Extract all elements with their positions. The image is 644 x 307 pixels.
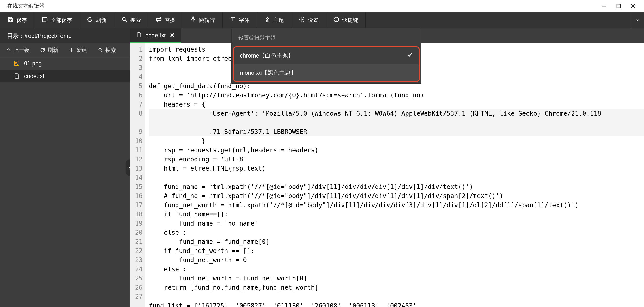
sidebar-refresh-button[interactable]: 刷新 (40, 47, 58, 54)
editor-tab[interactable]: code.txt✕ (130, 29, 181, 43)
line-number: 2 (130, 54, 142, 63)
svg-rect-1 (617, 4, 621, 8)
sidebar-search-button[interactable]: 搜索 (98, 47, 116, 54)
theme-option[interactable]: chrome【白色主题】 (234, 47, 418, 64)
save-button[interactable]: 保存 (0, 12, 34, 29)
line-number: 9 (130, 127, 142, 136)
shortcuts-button[interactable]: 快捷键 (326, 12, 366, 29)
code-line[interactable]: if fund_name==[]: (149, 210, 644, 219)
search-icon (121, 16, 128, 24)
info-icon (333, 16, 339, 24)
maximize-button[interactable] (615, 3, 622, 10)
code-line[interactable]: } (149, 136, 644, 146)
dir-label: 目录： (7, 32, 24, 40)
titlebar: 在线文本编辑器 (0, 0, 644, 12)
sidebar-refresh-label: 刷新 (48, 47, 58, 54)
search-label: 搜索 (130, 17, 141, 24)
line-number: 25 (130, 274, 142, 283)
theme-icon (264, 16, 270, 24)
save-label: 保存 (16, 17, 27, 24)
save-all-button[interactable]: 全部保存 (34, 12, 80, 29)
line-number: 17 (130, 200, 142, 210)
gear-icon (299, 16, 305, 24)
code-line[interactable]: else : (149, 264, 644, 274)
line-number: 10 (130, 136, 142, 146)
plus-icon (69, 48, 74, 53)
settings-label: 设置 (308, 17, 318, 24)
theme-option[interactable]: monokai【黑色主题】 (234, 64, 418, 81)
line-number: 15 (130, 182, 142, 191)
file-row[interactable]: 01.png (0, 57, 130, 70)
save-icon (7, 16, 14, 24)
line-number: 23 (130, 255, 142, 264)
svg-point-9 (193, 17, 194, 18)
code-line[interactable]: 'User-Agent': 'Mozilla/5.0 (Windows NT 6… (149, 109, 644, 127)
replace-button[interactable]: 替换 (148, 12, 183, 29)
line-number: 20 (130, 228, 142, 237)
line-number: 7 (130, 100, 142, 109)
code-line[interactable]: url = 'http://fund.eastmoney.com/{0}.htm… (149, 91, 644, 100)
svg-point-22 (16, 62, 16, 63)
search-button[interactable]: 搜索 (114, 12, 148, 29)
line-number: 22 (130, 246, 142, 255)
code-line[interactable] (149, 292, 644, 301)
theme-button[interactable]: 主题 (257, 12, 292, 29)
code-line[interactable]: else : (149, 228, 644, 237)
text-file-icon (14, 73, 20, 79)
svg-rect-4 (10, 17, 12, 18)
refresh-button[interactable]: 刷新 (80, 12, 114, 29)
code-line[interactable]: # fund_no = html.xpath('//*[@id="body"]/… (149, 191, 644, 200)
line-gutter: 1234567891011121314151617181920212223242… (130, 43, 144, 307)
theme-option-label: chrome【白色主题】 (240, 52, 294, 60)
code-line[interactable]: fund_name = 'no name' (149, 219, 644, 228)
line-number: 1 (130, 45, 142, 54)
refresh-label: 刷新 (96, 17, 106, 24)
line-number: 3 (130, 63, 142, 72)
code-line[interactable]: rsp.encoding = 'utf-8' (149, 155, 644, 164)
line-number: 11 (130, 146, 142, 155)
line-number: 6 (130, 91, 142, 100)
refresh-icon (87, 16, 93, 24)
font-label: 字体 (239, 17, 250, 24)
code-line[interactable]: if fund_net_worth == []: (149, 246, 644, 255)
file-name: code.txt (24, 73, 44, 80)
file-row[interactable]: code.txt (0, 70, 130, 82)
font-button[interactable]: 字体 (222, 12, 257, 29)
svg-line-20 (101, 51, 102, 52)
sidebar-up-label: 上一级 (14, 47, 30, 54)
svg-line-7 (125, 20, 127, 22)
code-line[interactable]: html = etree.HTML(rsp.text) (149, 164, 644, 173)
code-line[interactable]: fund_list = ['161725', '005827', '011130… (149, 301, 644, 307)
code-line[interactable] (149, 173, 644, 182)
code-line[interactable]: fund_name = html.xpath('//*[@id="body"]/… (149, 182, 644, 191)
sidebar-up-button[interactable]: 上一级 (6, 47, 30, 54)
settings-button[interactable]: 设置 (292, 12, 326, 29)
code-line[interactable]: fund_name = fund_name[0] (149, 237, 644, 246)
sidebar-new-button[interactable]: 新建 (69, 47, 87, 54)
replace-label: 替换 (165, 17, 175, 24)
theme-label: 主题 (273, 17, 284, 24)
code-line[interactable]: fund_net_worth = fund_net_worth[0] (149, 274, 644, 283)
shortcuts-label: 快捷键 (342, 17, 358, 24)
svg-point-6 (122, 17, 125, 21)
code-line[interactable]: headers = { (149, 100, 644, 109)
tab-close-button[interactable]: ✕ (170, 32, 175, 39)
line-number: 5 (130, 82, 142, 91)
search-icon (98, 48, 103, 53)
code-line[interactable]: return [fund_no,fund_name,fund_net_worth… (149, 283, 644, 292)
code-line[interactable]: rsp = requests.get(url,headers = headers… (149, 146, 644, 155)
code-line[interactable]: fund_net_worth = 0 (149, 255, 644, 264)
line-number: 14 (130, 173, 142, 182)
code-line[interactable]: fund_net_worth = html.xpath('//*[@id="bo… (149, 200, 644, 210)
close-button[interactable] (630, 3, 637, 10)
goto-line-button[interactable]: 跳转行 (183, 12, 222, 29)
dir-path: /root/Project/Temp (24, 33, 72, 39)
image-file-icon (14, 60, 20, 67)
toolbar-more-button[interactable] (630, 12, 644, 29)
theme-popup-title: 设置编辑器主题 (232, 29, 421, 48)
minimize-button[interactable] (601, 3, 608, 10)
sidebar-toolbar: 上一级 刷新 新建 搜索 (0, 43, 130, 57)
code-line-wrap[interactable]: .71 Safari/537.1 LBBROWSER' (149, 127, 644, 136)
goto-label: 跳转行 (199, 17, 215, 24)
theme-popup-list: chrome【白色主题】monokai【黑色主题】 (233, 46, 420, 82)
